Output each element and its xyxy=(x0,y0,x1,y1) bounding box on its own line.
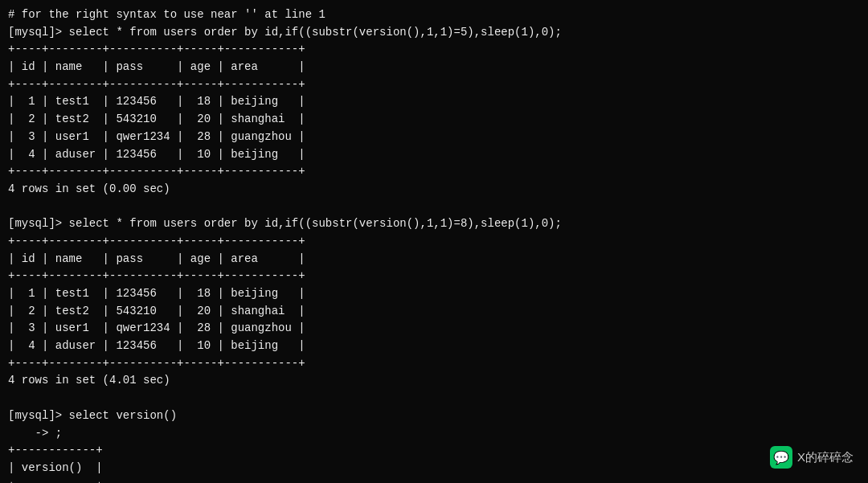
wechat-icon: 💬 xyxy=(773,450,789,465)
watermark-text: X的碎碎念 xyxy=(797,450,854,465)
watermark-icon: 💬 xyxy=(770,446,792,469)
terminal-output: # for the right syntax to use near '' at… xyxy=(8,6,860,483)
watermark: 💬 X的碎碎念 xyxy=(770,446,854,469)
terminal-window: # for the right syntax to use near '' at… xyxy=(0,0,868,483)
